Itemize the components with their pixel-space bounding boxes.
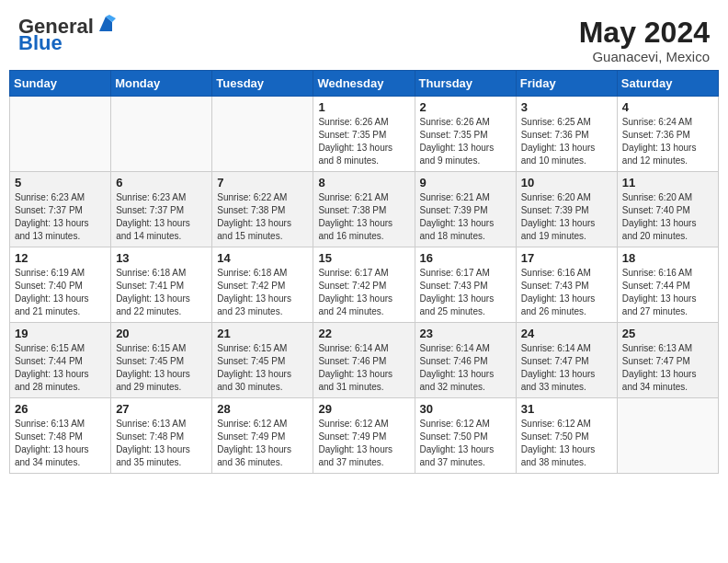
- calendar-day-cell: 14Sunrise: 6:18 AM Sunset: 7:42 PM Dayli…: [212, 247, 313, 323]
- day-info: Sunrise: 6:20 AM Sunset: 7:39 PM Dayligh…: [521, 191, 612, 243]
- day-number: 15: [318, 251, 409, 265]
- day-number: 22: [318, 327, 409, 340]
- day-number: 18: [622, 251, 713, 265]
- calendar-day-cell: [212, 97, 313, 172]
- calendar-day-header: Friday: [516, 71, 617, 97]
- day-info: Sunrise: 6:23 AM Sunset: 7:37 PM Dayligh…: [15, 191, 106, 243]
- day-info: Sunrise: 6:15 AM Sunset: 7:45 PM Dayligh…: [116, 342, 207, 394]
- day-number: 4: [622, 100, 713, 114]
- calendar-day-cell: 28Sunrise: 6:12 AM Sunset: 7:49 PM Dayli…: [212, 398, 313, 474]
- calendar-day-header: Thursday: [415, 71, 516, 97]
- day-number: 9: [420, 176, 511, 190]
- page-header: General Blue May 2024 Guanacevi, Mexico: [9, 9, 719, 70]
- day-number: 17: [521, 251, 612, 265]
- day-info: Sunrise: 6:14 AM Sunset: 7:46 PM Dayligh…: [318, 342, 409, 394]
- calendar-day-cell: 31Sunrise: 6:12 AM Sunset: 7:50 PM Dayli…: [516, 398, 617, 474]
- calendar-day-cell: 13Sunrise: 6:18 AM Sunset: 7:41 PM Dayli…: [111, 247, 212, 323]
- calendar-day-cell: 19Sunrise: 6:15 AM Sunset: 7:44 PM Dayli…: [10, 323, 111, 398]
- calendar-day-header: Monday: [111, 71, 212, 97]
- calendar-day-cell: 30Sunrise: 6:12 AM Sunset: 7:50 PM Dayli…: [415, 398, 516, 474]
- day-info: Sunrise: 6:18 AM Sunset: 7:42 PM Dayligh…: [217, 267, 308, 318]
- day-number: 1: [318, 100, 409, 114]
- day-number: 7: [217, 176, 308, 190]
- day-info: Sunrise: 6:14 AM Sunset: 7:46 PM Dayligh…: [420, 342, 511, 394]
- calendar-day-cell: 27Sunrise: 6:13 AM Sunset: 7:48 PM Dayli…: [111, 398, 212, 474]
- calendar-day-cell: 29Sunrise: 6:12 AM Sunset: 7:49 PM Dayli…: [313, 398, 415, 474]
- day-info: Sunrise: 6:12 AM Sunset: 7:49 PM Dayligh…: [217, 418, 308, 469]
- calendar-day-cell: 21Sunrise: 6:15 AM Sunset: 7:45 PM Dayli…: [212, 323, 313, 398]
- day-info: Sunrise: 6:26 AM Sunset: 7:35 PM Dayligh…: [420, 116, 511, 167]
- calendar-day-header: Saturday: [617, 71, 718, 97]
- day-info: Sunrise: 6:13 AM Sunset: 7:48 PM Dayligh…: [116, 418, 207, 469]
- day-info: Sunrise: 6:12 AM Sunset: 7:50 PM Dayligh…: [420, 418, 511, 469]
- day-info: Sunrise: 6:21 AM Sunset: 7:39 PM Dayligh…: [420, 191, 511, 243]
- day-info: Sunrise: 6:13 AM Sunset: 7:47 PM Dayligh…: [622, 342, 713, 394]
- calendar-location: Guanacevi, Mexico: [579, 49, 710, 64]
- day-info: Sunrise: 6:14 AM Sunset: 7:47 PM Dayligh…: [521, 342, 612, 394]
- day-info: Sunrise: 6:17 AM Sunset: 7:42 PM Dayligh…: [318, 267, 409, 318]
- day-info: Sunrise: 6:15 AM Sunset: 7:45 PM Dayligh…: [217, 342, 308, 394]
- logo-icon: [96, 15, 116, 35]
- logo: General Blue: [18, 17, 116, 53]
- day-info: Sunrise: 6:16 AM Sunset: 7:44 PM Dayligh…: [622, 267, 713, 318]
- title-block: May 2024 Guanacevi, Mexico: [579, 17, 710, 64]
- day-number: 14: [217, 251, 308, 265]
- day-info: Sunrise: 6:12 AM Sunset: 7:49 PM Dayligh…: [318, 418, 409, 469]
- day-number: 2: [420, 100, 511, 114]
- day-info: Sunrise: 6:16 AM Sunset: 7:43 PM Dayligh…: [521, 267, 612, 318]
- day-info: Sunrise: 6:25 AM Sunset: 7:36 PM Dayligh…: [521, 116, 612, 167]
- day-number: 16: [420, 251, 511, 265]
- day-number: 11: [622, 176, 713, 190]
- day-number: 27: [116, 402, 207, 416]
- calendar-day-cell: 26Sunrise: 6:13 AM Sunset: 7:48 PM Dayli…: [10, 398, 111, 474]
- calendar-day-cell: 12Sunrise: 6:19 AM Sunset: 7:40 PM Dayli…: [10, 247, 111, 323]
- calendar-day-header: Wednesday: [313, 71, 415, 97]
- day-number: 12: [15, 251, 106, 265]
- calendar-day-cell: 17Sunrise: 6:16 AM Sunset: 7:43 PM Dayli…: [516, 247, 617, 323]
- day-info: Sunrise: 6:26 AM Sunset: 7:35 PM Dayligh…: [318, 116, 409, 167]
- day-info: Sunrise: 6:13 AM Sunset: 7:48 PM Dayligh…: [15, 418, 106, 469]
- calendar-day-cell: 11Sunrise: 6:20 AM Sunset: 7:40 PM Dayli…: [617, 172, 718, 247]
- calendar-day-cell: 24Sunrise: 6:14 AM Sunset: 7:47 PM Dayli…: [516, 323, 617, 398]
- day-info: Sunrise: 6:20 AM Sunset: 7:40 PM Dayligh…: [622, 191, 713, 243]
- calendar-day-cell: 8Sunrise: 6:21 AM Sunset: 7:38 PM Daylig…: [313, 172, 415, 247]
- calendar-day-cell: 4Sunrise: 6:24 AM Sunset: 7:36 PM Daylig…: [617, 97, 718, 172]
- day-number: 3: [521, 100, 612, 114]
- day-info: Sunrise: 6:21 AM Sunset: 7:38 PM Dayligh…: [318, 191, 409, 243]
- calendar-week-row: 26Sunrise: 6:13 AM Sunset: 7:48 PM Dayli…: [10, 398, 719, 474]
- calendar-week-row: 19Sunrise: 6:15 AM Sunset: 7:44 PM Dayli…: [10, 323, 719, 398]
- calendar-week-row: 5Sunrise: 6:23 AM Sunset: 7:37 PM Daylig…: [10, 172, 719, 247]
- day-info: Sunrise: 6:18 AM Sunset: 7:41 PM Dayligh…: [116, 267, 207, 318]
- calendar-day-cell: 5Sunrise: 6:23 AM Sunset: 7:37 PM Daylig…: [10, 172, 111, 247]
- day-info: Sunrise: 6:12 AM Sunset: 7:50 PM Dayligh…: [521, 418, 612, 469]
- day-info: Sunrise: 6:15 AM Sunset: 7:44 PM Dayligh…: [15, 342, 106, 394]
- day-number: 30: [420, 402, 511, 416]
- calendar-day-cell: 2Sunrise: 6:26 AM Sunset: 7:35 PM Daylig…: [415, 97, 516, 172]
- calendar-day-cell: 7Sunrise: 6:22 AM Sunset: 7:38 PM Daylig…: [212, 172, 313, 247]
- calendar-header-row: SundayMondayTuesdayWednesdayThursdayFrid…: [10, 71, 719, 97]
- day-number: 10: [521, 176, 612, 190]
- day-number: 26: [15, 402, 106, 416]
- calendar-day-cell: 23Sunrise: 6:14 AM Sunset: 7:46 PM Dayli…: [415, 323, 516, 398]
- calendar-day-cell: 25Sunrise: 6:13 AM Sunset: 7:47 PM Dayli…: [617, 323, 718, 398]
- calendar-day-cell: [111, 97, 212, 172]
- calendar-day-header: Sunday: [10, 71, 111, 97]
- calendar-week-row: 12Sunrise: 6:19 AM Sunset: 7:40 PM Dayli…: [10, 247, 719, 323]
- day-number: 28: [217, 402, 308, 416]
- calendar-day-cell: [617, 398, 718, 474]
- day-number: 19: [15, 327, 106, 340]
- calendar-table: SundayMondayTuesdayWednesdayThursdayFrid…: [9, 70, 719, 474]
- day-info: Sunrise: 6:17 AM Sunset: 7:43 PM Dayligh…: [420, 267, 511, 318]
- day-info: Sunrise: 6:24 AM Sunset: 7:36 PM Dayligh…: [622, 116, 713, 167]
- day-number: 29: [318, 402, 409, 416]
- day-info: Sunrise: 6:23 AM Sunset: 7:37 PM Dayligh…: [116, 191, 207, 243]
- day-number: 20: [116, 327, 207, 340]
- day-info: Sunrise: 6:19 AM Sunset: 7:40 PM Dayligh…: [15, 267, 106, 318]
- logo-blue-text: Blue: [18, 33, 63, 53]
- calendar-week-row: 1Sunrise: 6:26 AM Sunset: 7:35 PM Daylig…: [10, 97, 719, 172]
- day-number: 31: [521, 402, 612, 416]
- day-number: 5: [15, 176, 106, 190]
- day-number: 23: [420, 327, 511, 340]
- calendar-day-cell: 22Sunrise: 6:14 AM Sunset: 7:46 PM Dayli…: [313, 323, 415, 398]
- calendar-day-cell: 3Sunrise: 6:25 AM Sunset: 7:36 PM Daylig…: [516, 97, 617, 172]
